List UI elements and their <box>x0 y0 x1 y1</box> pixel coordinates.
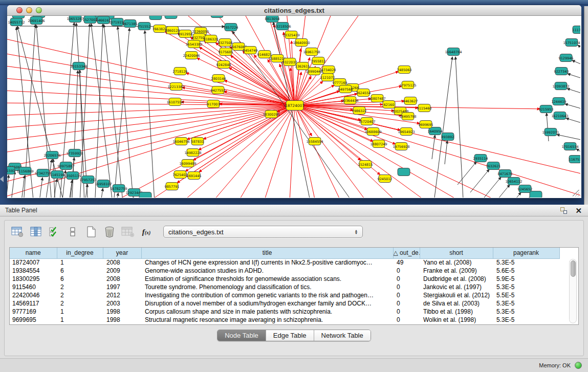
network-node[interactable]: 20153346 <box>70 62 87 70</box>
network-node[interactable]: 9242848 <box>216 61 231 69</box>
row-height-button[interactable] <box>65 224 80 239</box>
citation-edge[interactable] <box>199 105 295 150</box>
network-edge[interactable] <box>145 31 156 198</box>
network-node[interactable]: 12093872 <box>552 82 569 90</box>
citation-edge[interactable] <box>295 105 350 198</box>
table-selector-dropdown[interactable]: citations_edges.txt ▲▼ <box>163 226 363 238</box>
table-cell[interactable]: 5.3E-5 <box>493 283 559 291</box>
column-header[interactable]: name <box>10 248 57 258</box>
table-cell[interactable]: 1 <box>57 324 103 325</box>
network-node[interactable]: 16648784 <box>445 48 462 56</box>
network-node[interactable]: 8912958 <box>178 30 193 38</box>
citation-edge[interactable] <box>295 105 580 198</box>
network-node[interactable]: 17975125 <box>399 81 416 89</box>
network-node[interactable]: 13218506 <box>274 23 291 30</box>
network-node[interactable]: 7485063 <box>397 66 412 74</box>
network-node[interactable]: 9245012 <box>378 175 393 183</box>
citation-edge[interactable] <box>258 105 295 198</box>
network-node[interactable]: 587831 <box>191 138 204 145</box>
table-cell[interactable]: 22420046 <box>10 291 57 299</box>
table-cell[interactable]: 5.5E-5 <box>493 291 559 299</box>
network-node[interactable]: 16961758 <box>303 48 320 56</box>
table-cell[interactable]: 1997 <box>103 324 141 325</box>
network-node[interactable]: 16107554 <box>166 98 183 106</box>
table-cell[interactable]: 1 <box>57 316 103 324</box>
network-edge[interactable] <box>576 149 580 156</box>
zoom-window-button[interactable] <box>36 7 42 13</box>
network-node[interactable]: 917003 <box>207 100 220 108</box>
table-cell[interactable]: 0 <box>393 291 420 299</box>
citation-edge[interactable] <box>7 77 295 105</box>
table-cell[interactable]: 2009 <box>103 267 141 275</box>
network-node[interactable]: 17359928 <box>66 149 83 157</box>
table-row[interactable]: 1830029562008Estimation of significance … <box>10 275 559 283</box>
network-edge[interactable] <box>502 192 521 198</box>
network-node[interactable]: 2935114 <box>473 155 488 162</box>
table-row[interactable]: 1872400712008Changes of HCN gene express… <box>10 258 559 267</box>
network-node[interactable]: 22420046 <box>183 52 200 59</box>
column-header[interactable]: short <box>420 248 493 258</box>
network-node[interactable]: 9463627 <box>403 97 418 105</box>
network-node[interactable]: 6734028 <box>321 66 336 74</box>
network-node[interactable]: 16099489 <box>179 160 196 167</box>
table-cell[interactable]: Estimation of the future numbers of pati… <box>141 324 393 325</box>
table-cell[interactable]: 0 <box>393 324 420 325</box>
network-node[interactable]: 9699695 <box>419 121 433 128</box>
network-edge[interactable] <box>482 177 501 198</box>
table-cell[interactable]: 2008 <box>103 258 141 267</box>
table-cell[interactable]: 0 <box>393 275 420 283</box>
table-cell[interactable]: 19384554 <box>10 267 57 275</box>
network-node[interactable]: 9857791 <box>165 183 180 190</box>
network-node[interactable]: 10654112 <box>505 178 522 185</box>
table-cell[interactable]: Jankovic et al. (1997) <box>420 283 493 291</box>
resize-grip-icon[interactable] <box>573 190 579 196</box>
network-node[interactable]: 391591 <box>7 167 15 174</box>
table-cell[interactable]: 5.9E-5 <box>493 275 559 283</box>
network-edge[interactable] <box>470 169 489 192</box>
network-edge[interactable] <box>557 135 580 141</box>
network-node[interactable]: 16046756 <box>172 138 189 145</box>
citation-edge[interactable] <box>295 105 319 198</box>
network-node[interactable]: 13505135 <box>64 172 81 180</box>
table-settings-button[interactable] <box>10 224 25 239</box>
network-node[interactable]: 9227343 <box>554 68 569 75</box>
network-node[interactable]: 15992071 <box>542 128 559 136</box>
table-cell[interactable]: Dudbridge et al. (2008) <box>420 275 493 283</box>
table-row[interactable]: 911546021997Tourette syndrome. Phenomeno… <box>10 283 559 291</box>
network-node[interactable]: 20206576 <box>43 151 60 159</box>
network-node[interactable]: 1527002 <box>83 16 98 24</box>
citation-edge[interactable] <box>295 16 365 105</box>
network-edge[interactable] <box>43 160 52 198</box>
show-columns-button[interactable] <box>28 224 43 239</box>
network-node[interactable]: 20691406 <box>28 17 45 25</box>
table-row[interactable]: 969969511998Structural magnetic resonanc… <box>10 316 559 324</box>
network-node[interactable]: 14982228 <box>184 149 201 157</box>
close-window-button[interactable] <box>16 7 23 13</box>
table-cell[interactable]: 0 <box>393 308 420 316</box>
citation-edge[interactable] <box>7 52 295 105</box>
network-edge[interactable] <box>99 188 103 198</box>
network-node[interactable]: 6497568 <box>338 85 353 93</box>
tab-edge-table[interactable]: Edge Table <box>266 330 314 341</box>
network-window-titlebar[interactable]: citations_edges.txt <box>7 5 581 16</box>
column-header[interactable]: in_degree <box>57 248 103 258</box>
network-node[interactable]: 1145194 <box>50 171 65 179</box>
network-node[interactable]: 7625402 <box>173 171 188 179</box>
network-node[interactable]: 893892 <box>442 133 454 141</box>
column-header[interactable]: pagerank <box>493 248 559 258</box>
network-node[interactable]: 3624554 <box>356 89 371 97</box>
network-node[interactable]: 12342757 <box>34 169 51 177</box>
network-node[interactable]: 7986322 <box>352 107 367 115</box>
table-cell[interactable]: Stergiakouli et al. (2012) <box>420 291 493 299</box>
network-node[interactable]: 1244419 <box>552 98 567 105</box>
network-node[interactable]: 13325419 <box>282 31 299 39</box>
table-row[interactable]: 1938455462009Genome-wide association stu… <box>10 267 559 275</box>
table-cell[interactable]: 0 <box>393 299 420 308</box>
table-row[interactable]: 977716911998Corpus callosum shape and si… <box>10 308 559 316</box>
table-cell[interactable]: 1997 <box>103 283 141 291</box>
splitter-handle-icon[interactable] <box>0 176 4 182</box>
table-cell[interactable]: 2003 <box>103 299 141 308</box>
table-cell[interactable]: 1 <box>57 258 103 267</box>
network-node[interactable]: 17957253 <box>79 176 96 184</box>
table-cell[interactable]: 49 <box>393 258 420 267</box>
